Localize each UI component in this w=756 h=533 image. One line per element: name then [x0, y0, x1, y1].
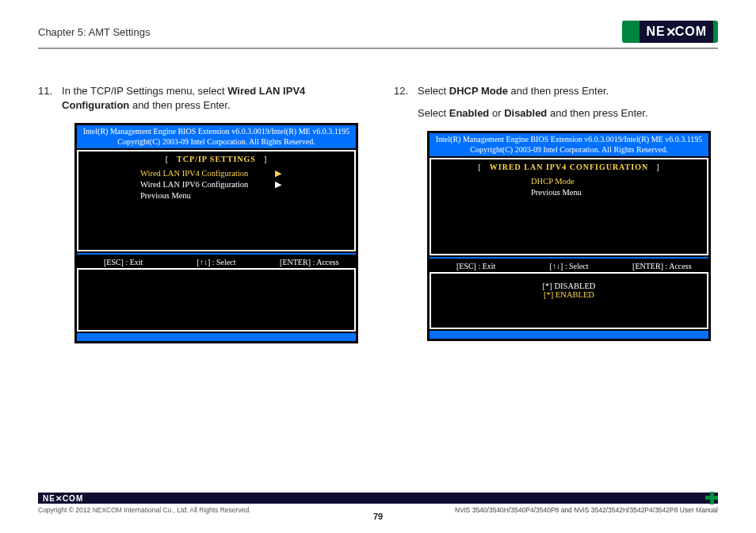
right-column: 12. Select DHCP Mode and then press Ente…: [391, 84, 718, 343]
menu-previous[interactable]: Previous Menu: [531, 187, 702, 198]
step-text: In the TCP/IP Settings menu, select Wire…: [62, 84, 365, 112]
bios-screenshot-tcpip: Intel(R) Management Engine BIOS Extensio…: [74, 123, 358, 343]
page-number: 79: [373, 512, 383, 521]
page-header: Chapter 5: AMT Settings NE✕COM: [38, 21, 718, 43]
bios-option-popup: [*] DISABLED [*] ENABLED: [430, 272, 708, 329]
step-12: 12. Select DHCP Mode and then press Ente…: [391, 84, 718, 120]
publication-name: NViS 3540/3540H/3540P4/3540P8 and NViS 3…: [455, 506, 718, 514]
bios-header: Intel(R) Management Engine BIOS Extensio…: [430, 133, 708, 156]
hint-enter: [ENTER] : Access: [263, 258, 356, 266]
bios-footer-hints: [ESC] : Exit [↑↓] : Select [ENTER] : Acc…: [77, 253, 356, 266]
nexcom-logo: NE✕COM: [622, 21, 718, 43]
chapter-title: Chapter 5: AMT Settings: [38, 26, 150, 38]
hint-enter: [ENTER] : Access: [616, 262, 708, 270]
bios-bottom-bar: [77, 333, 356, 341]
bios-menu-title: TCP/IP SETTINGS: [83, 155, 349, 163]
step-11: 11. In the TCP/IP Settings menu, select …: [38, 84, 365, 112]
bios-screenshot-ipv4: Intel(R) Management Engine BIOS Extensio…: [427, 131, 711, 341]
step-number: 12.: [391, 84, 408, 120]
bios-menu-list: DHCP Mode Previous Menu: [531, 176, 702, 198]
footer-bar: NE✕COM: [38, 493, 718, 504]
hint-arrows: [↑↓] : Select: [170, 258, 262, 266]
bios-footer-hints: [ESC] : Exit [↑↓] : Select [ENTER] : Acc…: [430, 257, 708, 270]
bios-panel: WIRED LAN IPV4 CONFIGURATION DHCP Mode P…: [430, 158, 708, 255]
chevron-right-icon: ▶: [275, 179, 281, 190]
bios-menu-list: Wired LAN IPV4 Configuration ▶ Wired LAN…: [140, 168, 349, 202]
menu-wired-ipv6[interactable]: Wired LAN IPV6 Configuration ▶: [140, 179, 349, 190]
bios-empty-popup: [77, 268, 356, 332]
bios-panel: TCP/IP SETTINGS Wired LAN IPV4 Configura…: [77, 150, 356, 251]
menu-dhcp-mode[interactable]: DHCP Mode: [531, 176, 702, 187]
opt-disabled[interactable]: [*] DISABLED: [436, 282, 702, 290]
hint-esc: [ESC] : Exit: [77, 258, 170, 266]
menu-previous[interactable]: Previous Menu: [140, 190, 349, 201]
step-text: Select DHCP Mode and then press Enter. S…: [418, 84, 648, 120]
bios-menu-title: WIRED LAN IPV4 CONFIGURATION: [436, 163, 702, 171]
chevron-right-icon: ▶: [275, 168, 281, 179]
footer-logo: NE✕COM: [38, 494, 83, 503]
hint-arrows: [↑↓] : Select: [522, 262, 615, 270]
bios-bottom-bar: [430, 331, 708, 339]
menu-wired-ipv4[interactable]: Wired LAN IPV4 Configuration ▶: [140, 168, 349, 179]
copyright-text: Copyright © 2012 NEXCOM International Co…: [38, 506, 250, 514]
opt-enabled[interactable]: [*] ENABLED: [436, 290, 702, 299]
page-footer: NE✕COM Copyright © 2012 NEXCOM Internati…: [38, 493, 718, 514]
hint-esc: [ESC] : Exit: [430, 262, 522, 270]
left-column: 11. In the TCP/IP Settings menu, select …: [38, 84, 365, 343]
bios-header: Intel(R) Management Engine BIOS Extensio…: [77, 125, 356, 148]
step-number: 11.: [38, 84, 52, 112]
header-rule: [38, 48, 718, 49]
plus-icon: [697, 493, 718, 504]
